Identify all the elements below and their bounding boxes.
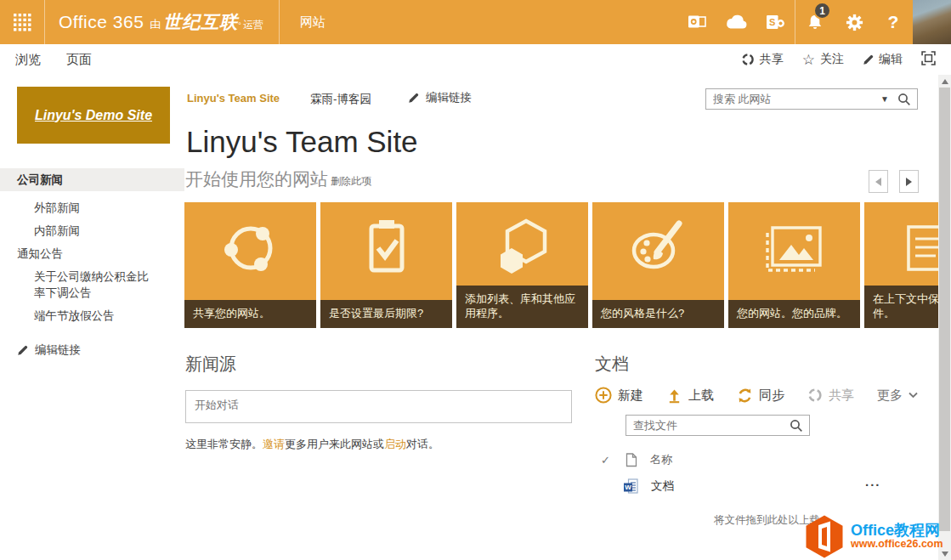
- ribbon-bar: 浏览 页面 共享 ☆ 关注 编辑: [0, 44, 951, 75]
- conversation-input[interactable]: [186, 391, 571, 422]
- right-arrow-icon: [906, 178, 912, 186]
- search-icon[interactable]: [897, 93, 911, 106]
- share-document-button[interactable]: 共享: [807, 387, 854, 404]
- document-icon: [897, 218, 940, 278]
- sync-icon: [737, 387, 753, 404]
- upload-button[interactable]: 上载: [666, 387, 714, 404]
- tile-add-apps[interactable]: 添加列表、库和其他应用程序。: [456, 202, 588, 328]
- notifications-button[interactable]: 1: [795, 0, 835, 44]
- share-label: 共享: [760, 52, 784, 67]
- left-arrow-icon: [875, 178, 881, 186]
- nav-sites[interactable]: 网站: [300, 14, 325, 31]
- file-type-column-icon[interactable]: [626, 453, 637, 467]
- tile-brand[interactable]: 您的网站。您的品牌。: [728, 202, 860, 328]
- palette-brush-icon: [625, 215, 693, 281]
- more-label: 更多: [877, 387, 903, 404]
- quiet-prefix: 这里非常安静。: [185, 438, 263, 450]
- brand-reg-mark: °: [238, 21, 241, 30]
- focus-on-content-icon: [921, 51, 936, 65]
- gear-icon: [845, 13, 864, 32]
- user-avatar[interactable]: [913, 0, 951, 44]
- pencil-icon: [863, 54, 874, 65]
- onedrive-button[interactable]: [716, 0, 756, 44]
- main-content: Linyu's Team Site 霖雨-博客园 编辑链接 ▼ Linyu's …: [184, 75, 939, 560]
- topbar-divider: [279, 0, 280, 44]
- edit-label: 编辑: [879, 52, 903, 67]
- tile-deadline[interactable]: 是否设置最后期限?: [320, 202, 452, 328]
- newsfeed-webpart: 新闻源 这里非常安静。邀请更多用户来此网站或启动对话。: [185, 353, 573, 452]
- breadcrumb-blog-link[interactable]: 霖雨-博客园: [310, 92, 371, 107]
- tile-share-site[interactable]: 共享您的网站。: [184, 202, 316, 328]
- page-title: Linyu's Team Site: [186, 125, 418, 159]
- quick-launch-nav: 公司新闻 外部新闻 内部新闻 通知公告 关于公司缴纳公积金比率下调公告 端午节放…: [0, 168, 184, 358]
- name-column-header[interactable]: 名称: [650, 452, 672, 467]
- tab-page[interactable]: 页面: [66, 52, 92, 68]
- office26-watermark-text: Office教程网 www.office26.com: [851, 523, 943, 550]
- scroll-up-button[interactable]: [938, 75, 951, 88]
- pencil-icon: [408, 93, 419, 104]
- site-search-input[interactable]: [706, 93, 880, 105]
- office365-brand[interactable]: Office 365 由 世纪互联 ° 运营: [59, 10, 263, 34]
- document-name-link[interactable]: 文档: [651, 478, 674, 494]
- scrollbar-thumb[interactable]: [939, 88, 950, 531]
- select-all-check-icon[interactable]: ✓: [601, 454, 610, 467]
- tile-email-context[interactable]: 在上下文中保留电子邮件。: [864, 202, 939, 328]
- tab-browse[interactable]: 浏览: [15, 52, 41, 68]
- notification-badge[interactable]: 1: [813, 2, 831, 20]
- documents-webpart: 文档 新建 上载: [595, 353, 939, 528]
- sidebar-item-holiday-notice[interactable]: 端午节放假公告: [0, 304, 184, 327]
- sidebar-item-external-news[interactable]: 外部新闻: [0, 196, 184, 219]
- new-document-button[interactable]: 新建: [595, 387, 643, 404]
- document-row[interactable]: W 文档 ...: [595, 476, 939, 496]
- quiet-suffix: 对话。: [406, 438, 439, 450]
- star-icon: ☆: [802, 53, 815, 67]
- start-conversation-link[interactable]: 启动: [384, 438, 406, 450]
- brand-operator: 世纪互联: [163, 10, 238, 34]
- help-button[interactable]: ?: [874, 0, 913, 44]
- site-logo[interactable]: Linyu's Demo Site: [17, 87, 170, 144]
- quiet-middle: 更多用户来此网站或: [285, 438, 384, 450]
- document-ellipsis-menu[interactable]: ...: [865, 474, 881, 489]
- edit-action[interactable]: 编辑: [863, 52, 903, 67]
- sidebar-item-fund-notice[interactable]: 关于公司缴纳公积金比率下调公告: [0, 265, 184, 304]
- tiles-next-button[interactable]: [899, 170, 919, 193]
- search-scope-dropdown[interactable]: ▼: [880, 94, 889, 104]
- find-file-input[interactable]: [626, 419, 790, 432]
- sidebar-item-notices[interactable]: 通知公告: [0, 242, 184, 265]
- sync-label: 同步: [759, 387, 784, 404]
- tile-label: 共享您的网站。: [184, 300, 316, 328]
- upload-label: 上载: [688, 387, 714, 404]
- follow-action[interactable]: ☆ 关注: [802, 52, 844, 67]
- share-action[interactable]: 共享: [741, 52, 784, 67]
- sidebar-item-internal-news[interactable]: 内部新闻: [0, 219, 184, 242]
- sync-button[interactable]: 同步: [737, 387, 784, 404]
- outlook-button[interactable]: [677, 0, 716, 44]
- breadcrumb-site-link[interactable]: Linyu's Team Site: [187, 92, 280, 105]
- office26-logo-icon: [804, 515, 845, 558]
- edit-links-label: 编辑链接: [35, 342, 81, 358]
- tiles-prev-button[interactable]: [869, 170, 888, 193]
- invite-link[interactable]: 邀请: [263, 438, 285, 450]
- more-menu-button[interactable]: 更多: [877, 387, 918, 404]
- vertical-scrollbar[interactable]: [938, 75, 951, 560]
- brand-product: Office 365: [59, 12, 144, 32]
- settings-button[interactable]: [835, 0, 874, 44]
- app-launcher-button[interactable]: [0, 0, 44, 44]
- sidebar-item-company-news[interactable]: 公司新闻: [0, 168, 184, 191]
- documents-title: 文档: [595, 353, 939, 376]
- search-icon[interactable]: [790, 419, 803, 433]
- breadcrumb-edit-links[interactable]: 编辑链接: [408, 90, 472, 105]
- remove-this-link[interactable]: 删除此项: [331, 174, 371, 189]
- newsfeed-empty-text: 这里非常安静。邀请更多用户来此网站或启动对话。: [185, 437, 573, 452]
- brand-by: 由: [150, 17, 161, 32]
- sharepoint-page: Office 365 由 世纪互联 ° 运营 网站: [0, 0, 951, 560]
- left-sidebar: Linyu's Demo Site 公司新闻 外部新闻 内部新闻 通知公告 关于…: [0, 75, 184, 560]
- edit-links-label: 编辑链接: [426, 90, 472, 105]
- hexagons-icon: [489, 214, 557, 282]
- focus-on-content-button[interactable]: [921, 51, 936, 69]
- sidebar-edit-links[interactable]: 编辑链接: [0, 327, 184, 358]
- topbar-divider: [44, 0, 45, 44]
- tile-style[interactable]: 您的风格是什么?: [592, 202, 724, 328]
- site-search-box: ▼: [705, 88, 918, 110]
- sharepoint-button[interactable]: S: [756, 0, 795, 44]
